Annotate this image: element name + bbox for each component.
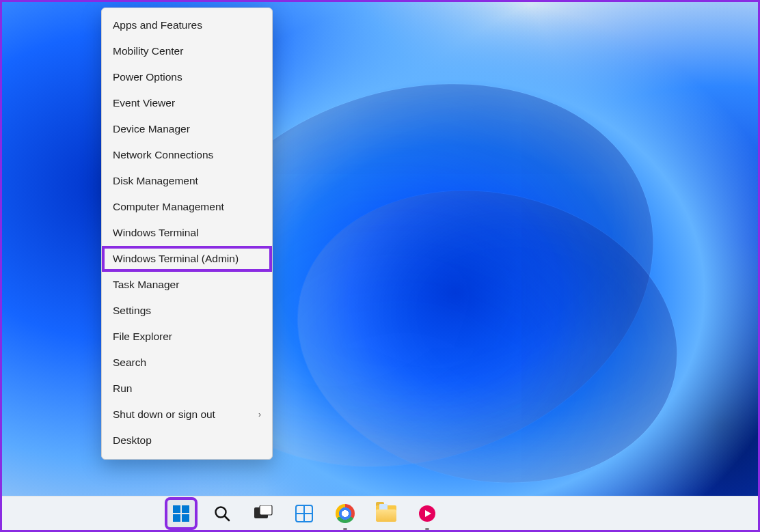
svg-line-5 bbox=[225, 516, 229, 520]
menu-item-label: Desktop bbox=[113, 434, 152, 447]
menu-item-disk-management[interactable]: Disk Management bbox=[102, 168, 272, 194]
menu-item-computer-management[interactable]: Computer Management bbox=[102, 194, 272, 220]
menu-item-event-viewer[interactable]: Event Viewer bbox=[102, 90, 272, 116]
menu-item-label: Device Manager bbox=[113, 123, 190, 135]
widgets-icon bbox=[295, 505, 313, 522]
menu-item-label: Disk Management bbox=[113, 175, 198, 187]
menu-item-label: Event Viewer bbox=[113, 97, 175, 109]
menu-item-label: File Explorer bbox=[113, 331, 172, 343]
menu-item-apps-and-features[interactable]: Apps and Features bbox=[102, 12, 272, 38]
task-view-icon bbox=[254, 505, 273, 522]
svg-rect-0 bbox=[173, 505, 180, 513]
menu-item-label: Shut down or sign out bbox=[113, 408, 215, 421]
menu-item-run[interactable]: Run bbox=[102, 376, 272, 402]
menu-item-network-connections[interactable]: Network Connections bbox=[102, 142, 272, 168]
menu-item-label: Network Connections bbox=[113, 149, 213, 161]
menu-item-search[interactable]: Search bbox=[102, 350, 272, 376]
chevron-right-icon: › bbox=[258, 410, 261, 419]
taskbar bbox=[2, 496, 758, 530]
menu-item-label: Windows Terminal (Admin) bbox=[113, 253, 239, 265]
winx-context-menu: Apps and FeaturesMobility CenterPower Op… bbox=[101, 8, 273, 460]
file-explorer-button[interactable] bbox=[372, 500, 400, 527]
chrome-icon bbox=[336, 504, 355, 523]
task-view-button[interactable] bbox=[249, 500, 277, 527]
start-button[interactable] bbox=[167, 500, 195, 527]
menu-item-shut-down-or-sign-out[interactable]: Shut down or sign out› bbox=[102, 402, 272, 428]
svg-rect-1 bbox=[182, 505, 189, 513]
menu-item-file-explorer[interactable]: File Explorer bbox=[102, 324, 272, 350]
menu-item-label: Mobility Center bbox=[113, 45, 183, 57]
menu-item-label: Run bbox=[113, 382, 132, 395]
widgets-button[interactable] bbox=[290, 500, 318, 527]
svg-rect-2 bbox=[173, 514, 180, 522]
menu-item-label: Task Manager bbox=[113, 279, 179, 291]
search-button[interactable] bbox=[208, 500, 236, 527]
svg-rect-7 bbox=[260, 505, 272, 515]
menu-item-label: Windows Terminal bbox=[113, 227, 198, 239]
menu-item-power-options[interactable]: Power Options bbox=[102, 64, 272, 90]
menu-item-mobility-center[interactable]: Mobility Center bbox=[102, 38, 272, 64]
menu-item-windows-terminal[interactable]: Windows Terminal bbox=[102, 220, 272, 246]
menu-item-windows-terminal-admin[interactable]: Windows Terminal (Admin) bbox=[102, 246, 272, 272]
windows-logo-icon bbox=[172, 505, 190, 522]
menu-item-device-manager[interactable]: Device Manager bbox=[102, 116, 272, 142]
menu-item-label: Settings bbox=[113, 305, 151, 317]
menu-item-desktop[interactable]: Desktop bbox=[102, 428, 272, 453]
app-circle-icon bbox=[418, 505, 436, 522]
menu-item-task-manager[interactable]: Task Manager bbox=[102, 272, 272, 298]
menu-item-settings[interactable]: Settings bbox=[102, 298, 272, 324]
search-icon bbox=[213, 505, 231, 522]
folder-icon bbox=[376, 505, 396, 522]
chrome-button[interactable] bbox=[331, 500, 359, 527]
svg-rect-3 bbox=[182, 514, 189, 522]
menu-item-label: Apps and Features bbox=[113, 19, 202, 31]
menu-item-label: Power Options bbox=[113, 71, 182, 83]
menu-item-label: Computer Management bbox=[113, 201, 224, 213]
menu-item-label: Search bbox=[113, 356, 146, 369]
pinned-app-button[interactable] bbox=[413, 500, 441, 527]
